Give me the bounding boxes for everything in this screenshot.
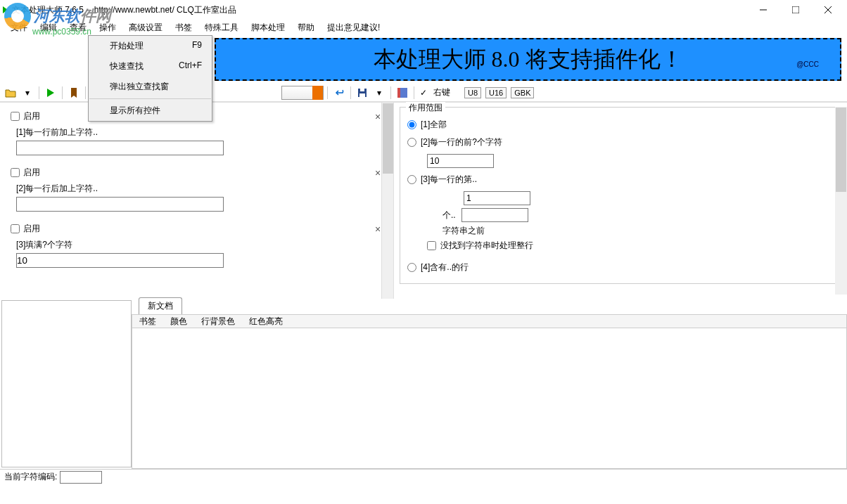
scope-opt2-input[interactable]	[427, 154, 494, 168]
encoding-label: 当前字符编码:	[4, 471, 57, 483]
gbk-button[interactable]: GBK	[511, 87, 534, 98]
minimize-button[interactable]	[747, 0, 779, 20]
rules-panel: × 启用 [1]每一行前加上字符.. × 启用 [2]每一行后加上字符.. × …	[0, 103, 394, 299]
dropdown-arrow-icon[interactable]: ▾	[20, 85, 35, 101]
rule2-input[interactable]	[16, 197, 224, 212]
close-button[interactable]	[812, 0, 844, 20]
action-dropdown: 开始处理F9 快速查找Ctrl+F 弹出独立查找窗 显示所有控件	[88, 35, 212, 122]
tab-strip: 新文档	[132, 299, 847, 314]
dropdown-arrow-icon[interactable]: ▾	[371, 85, 387, 101]
rule3-desc: [3]填满?个字符	[11, 239, 383, 251]
open-button[interactable]	[3, 85, 18, 101]
scope-opt3-sub: 字符串之前	[442, 225, 834, 237]
scope-opt1[interactable]: [1]全部	[407, 119, 834, 131]
menubar: 文件 编辑 查看 操作 高级设置 书签 特殊工具 脚本处理 帮助 提出意见建议!	[0, 20, 847, 35]
u16-button[interactable]: U16	[485, 87, 507, 98]
bookmark-toolbar-button[interactable]	[66, 85, 82, 101]
scope-scrollbar[interactable]	[835, 107, 847, 295]
banner: 本处理大师 8.0 将支持插件化！ @CCC	[215, 38, 841, 81]
rule3-input[interactable]	[16, 253, 224, 268]
scope-opt4[interactable]: [4]含有..的行	[407, 261, 834, 273]
rule1-input[interactable]	[16, 141, 224, 155]
combo-select[interactable]	[281, 86, 324, 100]
scope-opt3[interactable]: [3]每一行的第..	[407, 174, 834, 186]
menu-help[interactable]: 帮助	[291, 20, 321, 35]
scope-legend: 作用范围	[406, 102, 445, 114]
menu-edit[interactable]: 编辑	[34, 20, 63, 35]
menu-file[interactable]: 文件	[4, 20, 34, 35]
tree-pane[interactable]	[1, 300, 132, 467]
banner-badge: @CCC	[796, 60, 819, 68]
dropdown-separator	[89, 98, 211, 99]
svg-rect-1	[792, 6, 799, 13]
titlebar: 文本处理大师 7.6.5 -- http://www.newbt.net/ CL…	[0, 0, 847, 20]
dropdown-showall[interactable]: 显示所有控件	[89, 101, 212, 121]
scope-opt3-unit: 个..	[442, 209, 456, 221]
play-button[interactable]	[43, 85, 58, 101]
hdr-highlight[interactable]: 红色高亮	[249, 316, 283, 328]
window-title: 文本处理大师 7.6.5 -- http://www.newbt.net/ CL…	[12, 4, 747, 16]
rule3-enable[interactable]: 启用	[11, 223, 383, 235]
scope-opt2[interactable]: [2]每一行的前?个字符	[407, 136, 834, 148]
rightkey-label: 右键	[431, 86, 453, 98]
grid-button[interactable]	[395, 85, 410, 101]
statusbar: 当前字符编码:	[0, 469, 847, 484]
hdr-bgcolor[interactable]: 行背景色	[201, 316, 235, 328]
editor-header: 书签 颜色 行背景色 红色高亮	[132, 314, 847, 328]
menu-action[interactable]: 操作	[93, 20, 122, 35]
rules-scrollbar[interactable]	[381, 103, 393, 299]
svg-rect-6	[360, 89, 364, 91]
editor-body[interactable]	[132, 328, 847, 469]
svg-rect-8	[397, 88, 400, 98]
rule1-desc: [1]每一行前加上字符..	[11, 127, 383, 138]
app-icon	[3, 6, 8, 13]
undo-button[interactable]	[331, 85, 347, 101]
rule2-desc: [2]每一行后加上字符..	[11, 183, 383, 195]
menu-advanced[interactable]: 高级设置	[122, 20, 169, 35]
menu-view[interactable]: 查看	[63, 20, 93, 35]
scope-opt3-checkbox[interactable]: 没找到字符串时处理整行	[427, 240, 834, 252]
dropdown-find[interactable]: 快速查找Ctrl+F	[89, 56, 212, 77]
menu-script[interactable]: 脚本处理	[245, 20, 291, 35]
banner-text: 本处理大师 8.0 将支持插件化！	[374, 44, 683, 75]
rule2-enable[interactable]: 启用	[11, 167, 383, 179]
scope-opt3-input1[interactable]	[464, 191, 530, 205]
scope-opt3-input2[interactable]	[461, 208, 528, 222]
maximize-button[interactable]	[779, 0, 812, 20]
tab-newdoc[interactable]: 新文档	[139, 297, 182, 314]
dropdown-start[interactable]: 开始处理F9	[89, 36, 212, 56]
menu-special[interactable]: 特殊工具	[198, 20, 245, 35]
u8-button[interactable]: U8	[464, 87, 481, 98]
scope-panel: 作用范围 [1]全部 [2]每一行的前?个字符 [3]每一行的第.. 个.. 字…	[394, 103, 847, 299]
hdr-bookmark[interactable]: 书签	[139, 316, 156, 328]
dropdown-popup-find[interactable]: 弹出独立查找窗	[89, 77, 212, 97]
save-button[interactable]	[355, 85, 370, 101]
hdr-color[interactable]: 颜色	[170, 316, 187, 328]
menu-bookmark[interactable]: 书签	[169, 20, 198, 35]
menu-feedback[interactable]: 提出意见建议!	[321, 20, 386, 35]
svg-rect-5	[359, 93, 365, 97]
encoding-field[interactable]	[60, 471, 102, 484]
